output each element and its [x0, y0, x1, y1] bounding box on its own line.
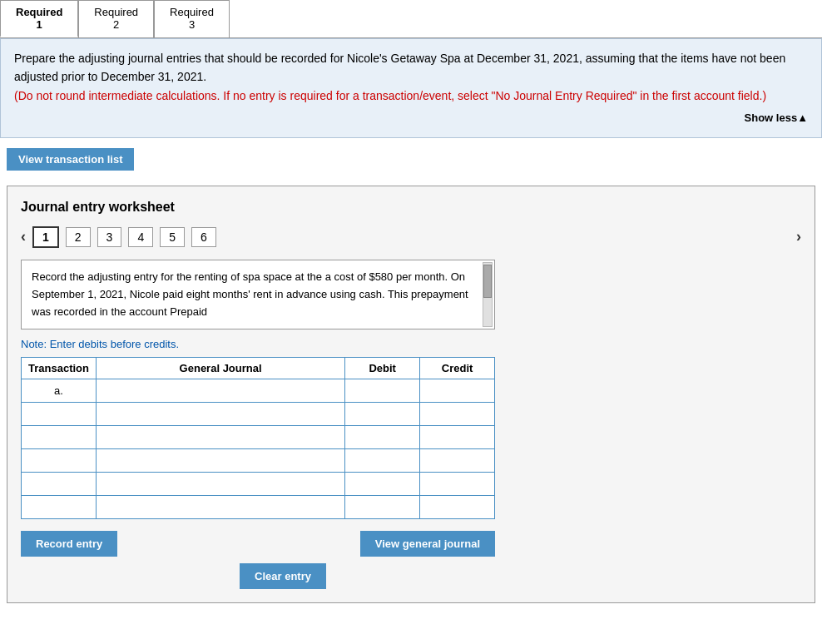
journal-table: Transaction General Journal Debit Credit…: [21, 357, 495, 519]
col-header-general-journal: General Journal: [96, 358, 344, 379]
transaction-cell-4: [22, 449, 97, 473]
show-less-link[interactable]: Show less▲: [745, 111, 808, 124]
transaction-cell-2: [22, 403, 97, 426]
general-journal-cell-2[interactable]: [96, 403, 344, 426]
debit-input-3[interactable]: [349, 432, 416, 444]
general-journal-input-3[interactable]: [100, 432, 341, 444]
credit-input-1[interactable]: [423, 385, 491, 398]
credit-cell-6[interactable]: [420, 496, 495, 519]
general-journal-input-1[interactable]: [100, 385, 341, 398]
transaction-cell-5: [22, 473, 97, 496]
credit-input-3[interactable]: [423, 432, 491, 444]
table-row: [22, 496, 495, 519]
credit-cell-2[interactable]: [420, 403, 495, 426]
col-header-debit: Debit: [345, 358, 420, 379]
page-btn-1[interactable]: 1: [32, 226, 59, 248]
record-entry-button[interactable]: Record entry: [21, 531, 117, 557]
debit-cell-1[interactable]: [345, 379, 420, 403]
credit-input-4[interactable]: [423, 455, 491, 468]
debit-cell-4[interactable]: [345, 449, 420, 473]
tabs-container: Required 1 Required 2 Required 3: [0, 0, 822, 38]
transaction-cell-1: a.: [22, 379, 97, 403]
instructions-text: Prepare the adjusting journal entries th…: [14, 52, 785, 83]
description-box: Record the adjusting entry for the renti…: [21, 260, 495, 329]
description-text: Record the adjusting entry for the renti…: [32, 270, 468, 318]
general-journal-cell-4[interactable]: [96, 449, 344, 473]
credit-input-2[interactable]: [423, 409, 491, 421]
view-transaction-button[interactable]: View transaction list: [7, 148, 134, 171]
general-journal-input-6[interactable]: [100, 502, 341, 514]
debit-cell-6[interactable]: [345, 496, 420, 519]
page-btn-6[interactable]: 6: [191, 227, 216, 247]
page-btn-4[interactable]: 4: [128, 227, 153, 247]
col-header-credit: Credit: [420, 358, 495, 379]
general-journal-cell-5[interactable]: [96, 473, 344, 496]
general-journal-cell-3[interactable]: [96, 426, 344, 449]
tab-required-2[interactable]: Required 2: [78, 0, 154, 37]
worksheet-card: Journal entry worksheet ‹ 1 2 3 4 5 6 › …: [7, 186, 815, 603]
credit-cell-4[interactable]: [420, 449, 495, 473]
scrollbar[interactable]: [483, 262, 493, 327]
note-text: Note: Enter debits before credits.: [21, 338, 801, 350]
general-journal-cell-6[interactable]: [96, 496, 344, 519]
prev-page-arrow[interactable]: ‹: [21, 228, 26, 245]
page-navigation: ‹ 1 2 3 4 5 6 ›: [21, 226, 801, 248]
debit-cell-2[interactable]: [345, 403, 420, 426]
debit-input-4[interactable]: [349, 455, 416, 468]
scrollbar-thumb: [483, 265, 492, 298]
table-row: a.: [22, 379, 495, 403]
worksheet-title: Journal entry worksheet: [21, 200, 801, 215]
instructions-red-text: (Do not round intermediate calculations.…: [14, 89, 766, 102]
view-transaction-container: View transaction list: [0, 138, 822, 181]
debit-input-1[interactable]: [349, 385, 416, 398]
page-btn-3[interactable]: 3: [97, 227, 122, 247]
credit-input-6[interactable]: [423, 502, 491, 514]
table-row: [22, 473, 495, 496]
buttons-row-2: Clear entry: [21, 563, 495, 589]
debit-input-5[interactable]: [349, 478, 416, 491]
debit-input-6[interactable]: [349, 502, 416, 514]
table-row: [22, 426, 495, 449]
page-btn-5[interactable]: 5: [160, 227, 185, 247]
transaction-cell-6: [22, 496, 97, 519]
general-journal-input-5[interactable]: [100, 478, 341, 491]
view-general-journal-button[interactable]: View general journal: [360, 531, 495, 557]
tab-required-3[interactable]: Required 3: [154, 0, 230, 37]
debit-cell-3[interactable]: [345, 426, 420, 449]
general-journal-input-2[interactable]: [100, 409, 341, 421]
transaction-cell-3: [22, 426, 97, 449]
page-btn-2[interactable]: 2: [66, 227, 91, 247]
buttons-row-1: Record entry View general journal: [21, 531, 495, 557]
next-page-arrow[interactable]: ›: [796, 228, 801, 245]
show-less-container: Show less▲: [14, 108, 808, 127]
table-row: [22, 403, 495, 426]
table-row: [22, 449, 495, 473]
instructions-section: Prepare the adjusting journal entries th…: [0, 38, 822, 138]
clear-entry-button[interactable]: Clear entry: [240, 563, 326, 589]
credit-cell-5[interactable]: [420, 473, 495, 496]
col-header-transaction: Transaction: [22, 358, 97, 379]
debit-cell-5[interactable]: [345, 473, 420, 496]
general-journal-input-4[interactable]: [100, 455, 341, 468]
debit-input-2[interactable]: [349, 409, 416, 421]
credit-cell-3[interactable]: [420, 426, 495, 449]
credit-input-5[interactable]: [423, 478, 491, 491]
tab-required-1[interactable]: Required 1: [0, 0, 78, 37]
general-journal-cell-1[interactable]: [96, 379, 344, 403]
credit-cell-1[interactable]: [420, 379, 495, 403]
